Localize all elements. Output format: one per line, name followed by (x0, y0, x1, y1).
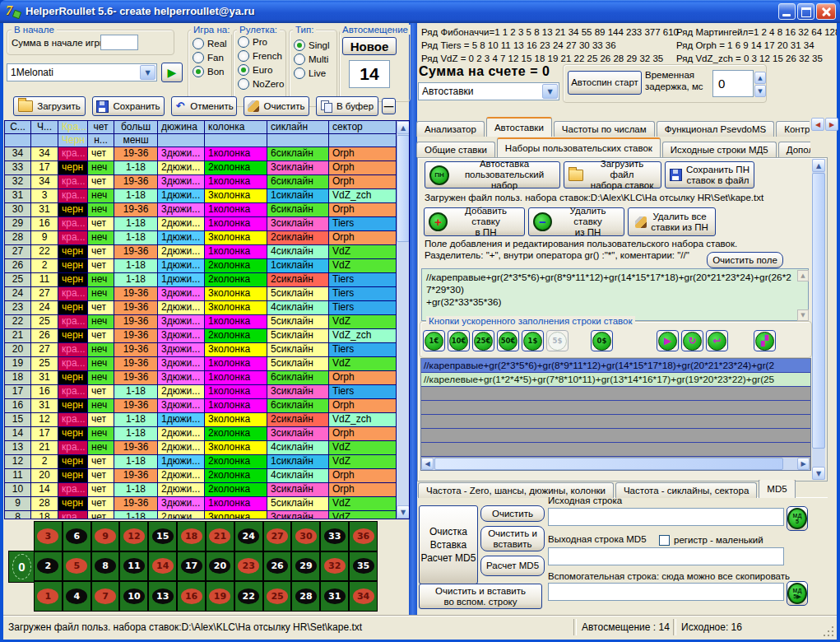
board-number-22[interactable]: 22 (234, 581, 263, 612)
tab-scroll-right-icon[interactable]: ▶ (825, 118, 838, 131)
resize-grip[interactable] (824, 626, 834, 637)
bet-misc-button[interactable]: ▞ (754, 330, 776, 351)
board-number-13[interactable]: 13 (148, 581, 177, 612)
radio-option-multi[interactable]: Multi (294, 52, 330, 66)
tab-функционал-psevdoms[interactable]: Функционал PsevdoMS (657, 121, 775, 137)
chip-10e[interactable]: 10€ (448, 330, 470, 351)
subtab-наборы-пользовательских-ставок[interactable]: Наборы пользовательских ставок (497, 137, 661, 157)
table-row[interactable]: 3234кра...чет19-363дюжи...1колонка6сикла… (5, 175, 409, 189)
subtab-исходные-строки-мд5[interactable]: Исходные строки МД5 (662, 142, 777, 157)
table-row[interactable]: 262чернчет1-181дюжи...2колонка1сиклайнVd… (5, 259, 409, 273)
tab-автоставки[interactable]: Автоставки (486, 117, 552, 137)
board-number-9[interactable]: 9 (91, 521, 120, 551)
table-row[interactable]: 1014кра...чет1-182дюжи...2колонка3сиклай… (5, 483, 409, 497)
table-row[interactable]: 818кра...чет1-182дюжи...3колонка3сиклайн… (5, 511, 409, 519)
board-number-17[interactable]: 17 (177, 551, 206, 582)
autobet-user-set-button[interactable]: ПНАвтоставкапользовательский набор (425, 161, 560, 188)
save-set-file-button[interactable]: Сохранить ПНставок в файл (665, 161, 754, 188)
scroll-down-icon[interactable]: ▼ (397, 505, 410, 519)
chip-0d[interactable]: 0$ (591, 330, 613, 351)
board-number-6[interactable]: 6 (63, 521, 91, 551)
run-preset-button[interactable]: ▶ (161, 63, 183, 82)
chevron-down-icon[interactable]: ▼ (542, 84, 558, 99)
freq-tab-частота-сиклайны-сектора[interactable]: Частота - сиклайны, сектора (615, 482, 757, 498)
md5-aux-input[interactable] (548, 583, 784, 601)
table-row[interactable]: 2126чернчет19-363дюжи...2колонка5сиклайн… (5, 329, 409, 343)
save-button[interactable]: Сохранить (92, 96, 165, 116)
load-button[interactable]: Загрузить (13, 96, 86, 116)
remove-bet-button[interactable]: −Удалить ставкуиз ПН (528, 207, 624, 236)
spinner-up-icon[interactable]: ▲ (754, 72, 766, 84)
board-number-31[interactable]: 31 (320, 581, 349, 612)
board-number-25[interactable]: 25 (263, 581, 292, 612)
board-number-28[interactable]: 28 (291, 581, 320, 612)
radio-option-real[interactable]: Real (193, 36, 227, 50)
board-number-8[interactable]: 8 (91, 551, 120, 582)
board-number-21[interactable]: 21 (206, 521, 234, 551)
tab-анализатор[interactable]: Анализатор (416, 121, 485, 137)
bet-play-button[interactable]: ▶ (657, 330, 679, 351)
md5-output-input[interactable] (548, 547, 784, 565)
preset-combo[interactable]: 1Melonati ▼ (7, 63, 157, 81)
table-scrollbar[interactable]: ▲ ▼ (397, 121, 410, 519)
table-row[interactable]: 2916кра...чет1-182дюжи...1колонка3сиклай… (5, 217, 409, 231)
autospin-start-button[interactable]: Автоспин старт (568, 71, 642, 95)
table-row[interactable]: 1120чернчет19-362дюжи...2колонка4сиклайн… (5, 469, 409, 483)
table-row[interactable]: 2027кра...неч19-363дюжи...3колонка5сикла… (5, 343, 409, 357)
radio-option-bon[interactable]: Bon (193, 64, 227, 78)
board-number-24[interactable]: 24 (234, 521, 263, 551)
board-number-23[interactable]: 23 (234, 551, 263, 582)
board-number-36[interactable]: 36 (349, 521, 378, 551)
board-number-4[interactable]: 4 (63, 581, 91, 612)
board-number-16[interactable]: 16 (177, 581, 206, 612)
remove-all-bets-button[interactable]: Удалить всеставки из ПН (628, 207, 716, 236)
table-row[interactable]: 2225кра...неч19-363дюжи...1колонка5сикла… (5, 315, 409, 329)
board-number-7[interactable]: 7 (91, 581, 120, 612)
tab-контроль-банкро[interactable]: Контроль банкро (776, 121, 810, 137)
undo-button[interactable]: ↶Отменить (171, 96, 237, 116)
panel-scrollbar[interactable]: ▲ ▼ (812, 159, 825, 480)
freq-tab-md5[interactable]: MD5 (759, 480, 795, 498)
table-row[interactable]: 2722чернчет19-362дюжи...1колонка4сиклайн… (5, 245, 409, 259)
md5-clear-paste-aux-button[interactable]: Очистить и вставитьво вспом. строку (419, 584, 542, 609)
list-item[interactable] (421, 443, 810, 457)
board-number-10[interactable]: 10 (119, 581, 148, 612)
md5-source-input[interactable] (548, 508, 784, 526)
bet-undo-button[interactable]: ↩ (706, 330, 728, 351)
table-row[interactable]: 1716кра...чет1-182дюжи...1колонка3сиклай… (5, 385, 409, 399)
scroll-left-icon[interactable]: ◀ (421, 458, 434, 470)
radio-option-french[interactable]: French (238, 49, 284, 63)
board-number-33[interactable]: 33 (320, 521, 349, 551)
collapse-button[interactable]: — (382, 98, 396, 114)
table-row[interactable]: 289кра...неч1-181дюжи...3колонка2сиклайн… (5, 231, 409, 245)
board-number-5[interactable]: 5 (63, 551, 91, 582)
load-set-file-button[interactable]: Загрузить файлнабора ставок (564, 161, 661, 188)
case-checkbox[interactable] (659, 535, 670, 546)
board-number-1[interactable]: 1 (34, 581, 63, 612)
chip-1d[interactable]: 1$ (522, 330, 544, 351)
subtab-общие-ставки[interactable]: Общие ставки (416, 142, 495, 157)
scrollbar-thumb[interactable] (397, 135, 410, 242)
clear-button[interactable]: Очистить (244, 96, 309, 116)
board-number-2[interactable]: 2 (34, 551, 63, 582)
board-number-32[interactable]: 32 (320, 551, 349, 582)
list-item[interactable] (421, 387, 810, 401)
md5-clear-paste-button[interactable]: Очистить ивставить (480, 526, 545, 551)
panel-splitter[interactable] (409, 23, 417, 615)
radio-option-nozero[interactable]: NoZero (238, 77, 284, 91)
table-row[interactable]: 2324чернчет19-362дюжи...3колонка4сиклайн… (5, 301, 409, 315)
table-row[interactable]: 3031черннеч19-363дюжи...1колонка6сиклайн… (5, 203, 409, 217)
spin-history-table[interactable]: С...Ч...Кра...четбольшдюжинаколонкасикла… (4, 120, 410, 519)
start-sum-input[interactable] (100, 35, 138, 50)
board-number-15[interactable]: 15 (148, 521, 177, 551)
scroll-right-icon[interactable]: ▶ (797, 458, 810, 470)
clear-field-button[interactable]: Очистить поле (707, 252, 783, 268)
board-number-0[interactable]: 0 (8, 551, 35, 583)
subtab-дополнитель[interactable]: Дополнитель (778, 142, 810, 157)
chevron-down-icon[interactable]: ▼ (140, 65, 155, 80)
radio-option-live[interactable]: Live (294, 66, 330, 80)
add-bet-button[interactable]: +Добавить ставкув ПН (424, 207, 525, 236)
table-row[interactable]: 1321кра...неч19-362дюжи...3колонка4сикла… (5, 441, 409, 455)
spinner-down-icon[interactable]: ▼ (754, 85, 766, 97)
title-bar[interactable]: 7 HelperRoullet 5.6- create helperroulle… (0, 0, 840, 23)
